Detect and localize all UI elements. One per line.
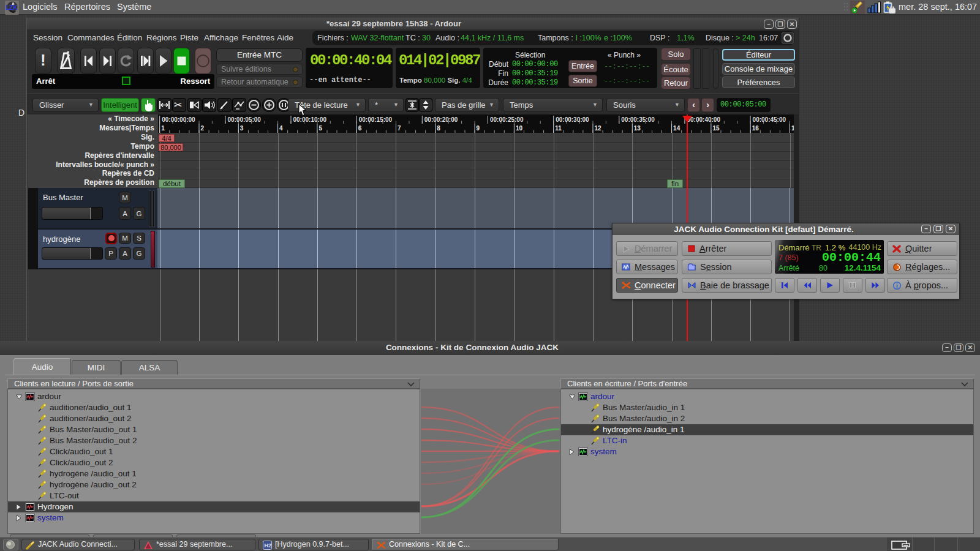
svg-text:LZK: LZK: [6, 4, 18, 11]
svg-text:12: 12: [595, 125, 602, 132]
svg-text:!: !: [40, 51, 46, 69]
svg-text:00:00:05:00: 00:00:05:00: [227, 116, 261, 123]
svg-text:00:00:45:00: 00:00:45:00: [753, 116, 786, 123]
svg-text:14: 14: [673, 125, 680, 132]
svg-text:10: 10: [516, 125, 523, 132]
svg-text:5: 5: [318, 125, 322, 132]
svg-text:3: 3: [240, 125, 244, 132]
svg-text:00:00:25:00: 00:00:25:00: [490, 116, 524, 123]
svg-text:8: 8: [437, 125, 440, 132]
svg-text:4: 4: [279, 125, 283, 132]
svg-text:1: 1: [161, 125, 165, 132]
svg-text:✂: ✂: [174, 100, 182, 110]
svg-text:00:00:20:00: 00:00:20:00: [424, 116, 458, 123]
svg-text:13: 13: [634, 125, 641, 132]
svg-text:H2: H2: [265, 542, 272, 549]
svg-text:16: 16: [752, 125, 760, 132]
svg-text:00:00:35:00: 00:00:35:00: [621, 116, 655, 123]
svg-text:6: 6: [358, 125, 362, 132]
svg-text:11: 11: [555, 125, 562, 132]
svg-text:2: 2: [201, 125, 205, 132]
svg-text:00:00:15:00: 00:00:15:00: [359, 116, 393, 123]
svg-text:00:00:30:00: 00:00:30:00: [556, 116, 589, 123]
svg-text:9: 9: [477, 125, 480, 132]
svg-text:00:00:00:00: 00:00:00:00: [162, 116, 195, 123]
svg-text:00:00:10:00: 00:00:10:00: [293, 116, 327, 123]
svg-text:7: 7: [398, 125, 401, 132]
svg-text:15: 15: [712, 125, 720, 132]
